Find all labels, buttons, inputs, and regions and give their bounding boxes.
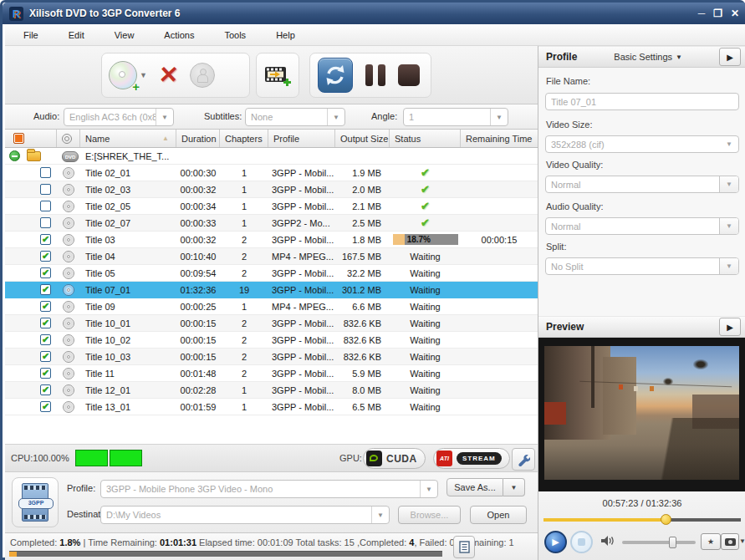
delete-button[interactable]: ✕ bbox=[158, 64, 179, 87]
chevron-down-icon[interactable]: ▼ bbox=[420, 481, 437, 497]
gpu-settings-button[interactable] bbox=[512, 448, 535, 471]
row-checkbox[interactable]: ✔ bbox=[40, 401, 51, 412]
volume-slider[interactable] bbox=[622, 541, 696, 544]
add-dvd-dropdown-caret[interactable]: ▼ bbox=[140, 71, 147, 79]
table-row[interactable]: ✔Title 1100:01:4823GPP - Mobil...5.9 MBW… bbox=[5, 365, 538, 382]
open-button[interactable]: Open bbox=[470, 506, 527, 524]
menu-tools[interactable]: Tools bbox=[224, 30, 246, 40]
header-remaining-time[interactable]: Remaining Time bbox=[461, 130, 538, 147]
convert-button[interactable] bbox=[318, 58, 353, 93]
row-checkbox[interactable] bbox=[40, 184, 51, 195]
row-checkbox[interactable]: ✔ bbox=[40, 234, 51, 245]
audio-select[interactable]: English AC3 6ch (0x8▼ bbox=[64, 108, 174, 126]
snapshot-folder-button[interactable]: ★ bbox=[701, 533, 721, 550]
seek-thumb[interactable] bbox=[661, 514, 671, 525]
audio-quality-select[interactable]: Normal▼ bbox=[545, 217, 739, 235]
row-checkbox[interactable]: ✔ bbox=[40, 351, 51, 362]
volume-thumb[interactable] bbox=[669, 537, 676, 548]
cuda-toggle-button[interactable]: CUDA bbox=[363, 448, 426, 469]
save-as-button[interactable]: Save As... bbox=[446, 478, 503, 496]
video-size-select[interactable]: 352x288 (cif)▼ bbox=[545, 135, 739, 153]
row-checkbox[interactable]: ✔ bbox=[40, 267, 51, 278]
table-source-row[interactable]: DVD E:[SHREK_THE_T... bbox=[5, 148, 538, 165]
chevron-down-icon[interactable]: ▼ bbox=[327, 109, 344, 125]
snapshot-dropdown-caret[interactable]: ▼ bbox=[739, 537, 745, 545]
chevron-down-icon[interactable]: ▼ bbox=[719, 176, 738, 192]
menu-view[interactable]: View bbox=[115, 30, 135, 40]
chevron-down-icon[interactable]: ▼ bbox=[490, 109, 508, 125]
table-row[interactable]: Title 02_0700:00:3313GPP2 - Mo...2.5 MB✔ bbox=[5, 215, 538, 232]
snapshot-button[interactable] bbox=[721, 533, 739, 550]
profile-panel-expand-button[interactable]: ▶ bbox=[719, 48, 741, 66]
play-button[interactable]: ▶ bbox=[544, 531, 567, 553]
preview-stop-button[interactable] bbox=[570, 531, 593, 553]
volume-icon[interactable] bbox=[600, 535, 615, 550]
menu-file[interactable]: File bbox=[23, 30, 38, 40]
chevron-down-icon[interactable]: ▼ bbox=[719, 218, 738, 234]
preview-panel-expand-button[interactable]: ▶ bbox=[719, 318, 741, 336]
table-row[interactable]: Title 02_0300:00:3213GPP - Mobil...2.0 M… bbox=[5, 181, 538, 198]
format-icon-button[interactable]: 3GPP bbox=[12, 477, 59, 527]
check-all-icon[interactable] bbox=[13, 133, 24, 144]
row-checkbox[interactable]: ✔ bbox=[40, 368, 51, 379]
film-strip-icon: 3GPP bbox=[22, 483, 48, 522]
preset-selector[interactable]: Basic Settings▼ bbox=[614, 52, 682, 62]
table-row[interactable]: ✔Title 0900:00:251MP4 - MPEG...6.6 MBWai… bbox=[5, 298, 538, 315]
table-row[interactable]: ✔Title 07_0101:32:36193GPP - Mobil...301… bbox=[5, 282, 538, 298]
row-checkbox[interactable] bbox=[40, 217, 51, 228]
table-row[interactable]: ✔Title 0400:10:402MP4 - MPEG...167.5 MBW… bbox=[5, 248, 538, 265]
table-row[interactable]: ✔Title 0300:00:3223GPP - Mobil...1.8 MB1… bbox=[5, 232, 538, 248]
table-row[interactable]: ✔Title 13_0100:01:5913GPP - Mobil...6.5 … bbox=[5, 399, 538, 415]
save-as-dropdown-caret[interactable]: ▼ bbox=[503, 478, 525, 496]
table-row[interactable]: ✔Title 0500:09:5423GPP - Mobil...32.2 MB… bbox=[5, 265, 538, 282]
split-select[interactable]: No Split▼ bbox=[545, 257, 739, 275]
table-row[interactable]: ✔Title 10_0300:00:1523GPP - Mobil...832.… bbox=[5, 349, 538, 365]
browse-button[interactable]: Browse... bbox=[398, 506, 461, 524]
table-row[interactable]: ✔Title 10_0200:00:1523GPP - Mobil...832.… bbox=[5, 332, 538, 349]
log-button[interactable] bbox=[453, 536, 475, 558]
file-name-input[interactable] bbox=[545, 93, 739, 110]
menu-help[interactable]: Help bbox=[276, 30, 295, 40]
video-quality-select[interactable]: Normal▼ bbox=[545, 176, 739, 193]
row-checkbox[interactable]: ✔ bbox=[40, 384, 51, 395]
header-name[interactable]: Name▲ bbox=[80, 130, 176, 147]
table-row[interactable]: ✔Title 12_0100:02:2813GPP - Mobil...8.0 … bbox=[5, 382, 538, 399]
add-dvd-button[interactable]: + ▼ bbox=[109, 61, 147, 89]
header-duration[interactable]: Duration bbox=[176, 130, 220, 147]
table-row[interactable]: ✔Title 10_0100:00:1523GPP - Mobil...832.… bbox=[5, 315, 538, 332]
chevron-down-icon[interactable]: ▼ bbox=[719, 258, 738, 274]
seek-bar[interactable] bbox=[543, 518, 741, 522]
ati-stream-toggle-button[interactable]: ATI STREAM bbox=[433, 448, 510, 469]
table-row[interactable]: Title 02_0500:00:3413GPP - Mobil...2.1 M… bbox=[5, 198, 538, 215]
header-chapters[interactable]: Chapters bbox=[220, 130, 268, 147]
maximize-button[interactable]: ❐ bbox=[713, 8, 722, 19]
menu-edit[interactable]: Edit bbox=[69, 30, 84, 40]
row-checkbox[interactable]: ✔ bbox=[40, 318, 51, 328]
cpu-gpu-bar: CPU:100.00% GPU: CUDA ATI STREAM bbox=[5, 444, 538, 472]
row-checkbox[interactable]: ✔ bbox=[40, 251, 51, 262]
collapse-icon[interactable] bbox=[9, 150, 20, 161]
chevron-down-icon[interactable]: ▼ bbox=[371, 507, 389, 523]
row-checkbox[interactable]: ✔ bbox=[40, 334, 51, 345]
row-checkbox[interactable]: ✔ bbox=[40, 284, 51, 295]
header-status[interactable]: Status bbox=[390, 130, 461, 147]
table-row[interactable]: Title 02_0100:00:3013GPP - Mobil...1.9 M… bbox=[5, 165, 538, 181]
row-checkbox[interactable]: ✔ bbox=[40, 301, 51, 312]
destination-select[interactable]: D:\My Videos▼ bbox=[100, 506, 390, 524]
close-button[interactable]: ✕ bbox=[731, 8, 739, 19]
profile-select[interactable]: 3GPP - Mobile Phone 3GP Video - Mono▼ bbox=[100, 480, 438, 498]
angle-select[interactable]: 1▼ bbox=[403, 108, 508, 126]
menu-actions[interactable]: Actions bbox=[164, 30, 194, 40]
header-check-column[interactable] bbox=[5, 130, 57, 147]
add-file-button[interactable] bbox=[264, 64, 291, 87]
chevron-down-icon[interactable]: ▼ bbox=[156, 109, 173, 125]
header-output-size[interactable]: Output Size bbox=[335, 130, 390, 147]
stop-button[interactable] bbox=[398, 64, 420, 86]
pause-button[interactable] bbox=[365, 64, 385, 86]
row-checkbox[interactable] bbox=[40, 201, 51, 211]
dvd-info-button[interactable] bbox=[190, 63, 215, 88]
row-checkbox[interactable] bbox=[40, 167, 51, 178]
subtitles-select[interactable]: None▼ bbox=[245, 108, 345, 126]
header-profile[interactable]: Profile bbox=[268, 130, 335, 147]
minimize-button[interactable]: ─ bbox=[698, 8, 706, 19]
